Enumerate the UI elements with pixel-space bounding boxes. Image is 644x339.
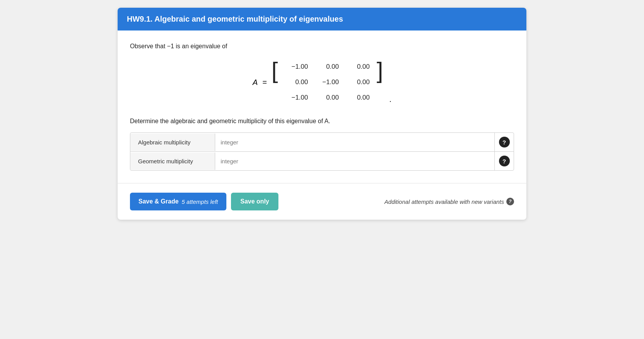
attempts-label: 5 attempts left: [182, 198, 218, 205]
matrix-cell-r1c0: 0.00: [281, 78, 312, 86]
additional-text-label: Additional attempts available with new v…: [384, 198, 504, 205]
additional-info-icon[interactable]: ?: [506, 198, 514, 205]
intro-text: Observe that −1 is an eigenvalue of: [130, 43, 514, 50]
matrix-bracket-wrap: [ −1.00 0.00 0.00 0.00 −1.00 0.00 −1.00 …: [271, 59, 383, 105]
bracket-left-icon: [: [271, 59, 280, 105]
matrix-cell-r0c1: 0.00: [312, 63, 343, 71]
geometric-help-container: ?: [494, 152, 514, 170]
algebraic-label: Algebraic multiplicity: [130, 134, 215, 151]
question-text: Determine the algebraic and geometric mu…: [130, 118, 514, 125]
algebraic-help-container: ?: [494, 133, 514, 151]
save-grade-label: Save & Grade: [138, 198, 179, 205]
matrix-cell-r0c0: −1.00: [281, 63, 312, 71]
page-title: HW9.1. Algebraic and geometric multiplic…: [127, 15, 343, 23]
matrix-container: A = [ −1.00 0.00 0.00 0.00 −1.00 0.00 −: [130, 59, 514, 105]
answer-table: Algebraic multiplicity ? Geometric multi…: [130, 132, 514, 171]
algebraic-row: Algebraic multiplicity ?: [130, 133, 514, 152]
matrix-cell-r2c1: 0.00: [312, 94, 343, 102]
matrix-cell-r1c2: 0.00: [343, 78, 374, 86]
additional-attempts-text: Additional attempts available with new v…: [384, 198, 514, 205]
matrix-cell-r2c2: 0.00: [343, 94, 374, 102]
matrix-grid: −1.00 0.00 0.00 0.00 −1.00 0.00 −1.00 0.…: [281, 59, 374, 105]
algebraic-input[interactable]: [215, 135, 494, 149]
matrix-period: .: [389, 95, 391, 105]
geometric-row: Geometric multiplicity ?: [130, 152, 514, 170]
equals-sign: =: [262, 78, 267, 87]
matrix-cell-r2c0: −1.00: [281, 94, 312, 102]
geometric-label: Geometric multiplicity: [130, 153, 215, 170]
algebraic-help-button[interactable]: ?: [499, 137, 510, 147]
matrix-cell-r1c1: −1.00: [312, 78, 343, 86]
geometric-input[interactable]: [215, 154, 494, 168]
main-card: HW9.1. Algebraic and geometric multiplic…: [118, 8, 526, 220]
geometric-help-button[interactable]: ?: [499, 156, 510, 166]
bracket-right-icon: ]: [375, 59, 383, 105]
save-only-button[interactable]: Save only: [231, 193, 278, 210]
matrix-variable-label: A: [253, 78, 258, 87]
page-header: HW9.1. Algebraic and geometric multiplic…: [118, 8, 526, 31]
save-only-label: Save only: [240, 198, 269, 205]
save-grade-button[interactable]: Save & Grade 5 attempts left: [130, 193, 226, 210]
footer: Save & Grade 5 attempts left Save only A…: [118, 183, 526, 220]
matrix-equation: A = [ −1.00 0.00 0.00 0.00 −1.00 0.00 −: [253, 59, 391, 105]
content-area: Observe that −1 is an eigenvalue of A = …: [118, 31, 526, 171]
matrix-cell-r0c2: 0.00: [343, 63, 374, 71]
